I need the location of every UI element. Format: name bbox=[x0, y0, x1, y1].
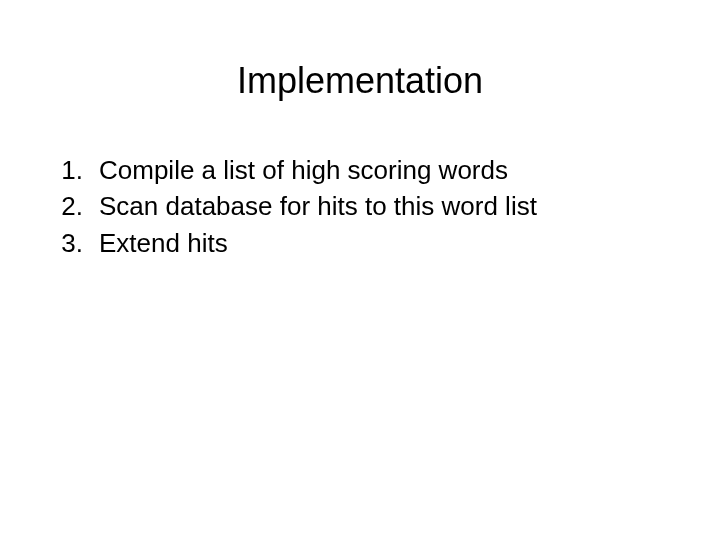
list-item-text: Compile a list of high scoring words bbox=[91, 152, 675, 188]
list-item: 1. Compile a list of high scoring words bbox=[53, 152, 675, 188]
list-item: 3. Extend hits bbox=[53, 225, 675, 261]
list-item-text: Extend hits bbox=[91, 225, 675, 261]
numbered-list: 1. Compile a list of high scoring words … bbox=[45, 152, 675, 261]
slide-container: Implementation 1. Compile a list of high… bbox=[0, 0, 720, 540]
list-item: 2. Scan database for hits to this word l… bbox=[53, 188, 675, 224]
list-item-number: 3. bbox=[53, 225, 91, 261]
list-item-text: Scan database for hits to this word list bbox=[91, 188, 675, 224]
slide-title: Implementation bbox=[45, 60, 675, 102]
list-item-number: 1. bbox=[53, 152, 91, 188]
list-item-number: 2. bbox=[53, 188, 91, 224]
